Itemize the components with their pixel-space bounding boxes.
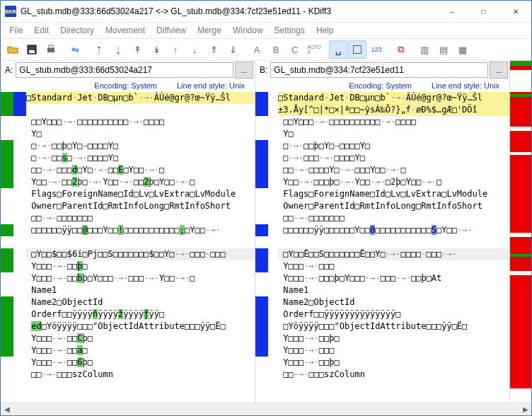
close-button[interactable]: ✕ [499, 1, 531, 22]
menu-movement[interactable]: Movement [100, 24, 151, 37]
toolbar: ⇋ ⭫ ⭭ ↟ ↡ ↑ ↓ ⇑ ⇓ A B C AUTO⇵ ␣ 123 ⧉ ▥ … [1, 38, 531, 61]
window-buttons: – □ ✕ [436, 1, 531, 22]
down-first-icon[interactable]: ↡ [147, 40, 166, 59]
encoding-cell-b: Encoding: System Line end style: Unix [255, 79, 510, 92]
scroll-left-icon[interactable]: ◀ [1, 403, 13, 415]
up-icon[interactable]: ↑ [166, 40, 185, 59]
encoding-a: Encoding: System [94, 81, 157, 90]
menu-directory[interactable]: Directory [54, 24, 100, 37]
app-icon: BKR [5, 6, 16, 17]
menu-window[interactable]: Window [227, 24, 269, 37]
innerbar-a [13, 92, 26, 403]
titlebar: BKR GL_stub.mdb@333:66d53024a217 <-> GL_… [1, 1, 531, 23]
line-numbers-button[interactable]: 123 [367, 40, 386, 59]
up-first-icon[interactable]: ↟ [128, 40, 146, 59]
path-cell-b: B: ... [255, 61, 510, 79]
choose-c-button[interactable]: C [286, 40, 304, 59]
print-icon[interactable] [42, 40, 60, 59]
app-window: BKR GL_stub.mdb@333:66d53024a217 <-> GL_… [0, 0, 532, 416]
wordwrap-icon[interactable]: ⧉ [391, 40, 410, 59]
menu-diffview[interactable]: Diffview [151, 24, 192, 37]
browse-b-button[interactable]: ... [490, 62, 508, 79]
down-double-first-icon[interactable]: ⭭ [109, 40, 127, 59]
split-grid-icon[interactable]: ▦ [453, 40, 472, 59]
menu-settings[interactable]: Settings [269, 24, 311, 37]
diff-pane-b[interactable]: □Standard·Jet·DB□µn□b`·→·ÂÚé@gr@?œ~Ÿÿ…Šl… [268, 92, 510, 403]
overview-top [510, 61, 531, 79]
text-a[interactable]: □Standard·Jet·DB□µn□b`·→·ÂÚé@gr@?œ~Ÿÿ…Šl… [26, 92, 255, 403]
path-input-b[interactable] [270, 62, 488, 78]
save-icon[interactable] [23, 40, 41, 59]
diff-pane-a[interactable]: □Standard·Jet·DB□µn□b`·→·ÂÚé@gr@?œ~Ÿÿ…Šl… [13, 92, 255, 403]
auto-button[interactable]: AUTO⇵ [305, 40, 323, 59]
browse-a-button[interactable]: ... [235, 62, 253, 79]
diff-body: □Standard·Jet·DB□µn□b`·→·ÂÚé@gr@?œ~Ÿÿ…Šl… [1, 92, 531, 403]
up-dbl-icon[interactable]: ⇑ [204, 40, 223, 59]
overview-strip[interactable] [510, 92, 531, 403]
scroll-right-icon[interactable]: ▶ [519, 403, 531, 415]
changebar-b [255, 92, 268, 403]
path-row: A: ... B: ... [1, 61, 531, 79]
lineend-b: Line end style: Unix [432, 81, 499, 90]
menu-file[interactable]: File [4, 24, 28, 37]
window-title: GL_stub.mdb@333:66d53024a217 <-> GL_stub… [21, 6, 436, 16]
encoding-cell-a: Encoding: System Line end style: Unix [1, 79, 255, 92]
svg-rect-3 [49, 45, 53, 48]
menu-merge[interactable]: Merge [192, 24, 227, 37]
menu-help[interactable]: Help [311, 24, 340, 37]
text-b[interactable]: □Standard·Jet·DB□µn□b`·→·ÂÚé@gr@?œ~Ÿÿ…Šl… [278, 92, 509, 403]
innerbar-b [268, 92, 278, 403]
choose-a-button[interactable]: A [248, 40, 266, 59]
show-whitespace-icon[interactable]: ␣ [329, 40, 347, 59]
down-icon[interactable]: ↓ [185, 40, 204, 59]
down-dbl-icon[interactable]: ⇓ [224, 40, 242, 59]
encoding-b: Encoding: System [349, 81, 412, 90]
up-double-first-icon[interactable]: ⭫ [90, 40, 108, 59]
horizontal-scrollbar[interactable]: ◀ ▶ [1, 403, 531, 415]
path-label-b: B: [257, 65, 270, 75]
open-icon[interactable] [4, 40, 22, 59]
menu-edit[interactable]: Edit [28, 24, 54, 37]
maximize-button[interactable]: □ [468, 1, 499, 22]
path-label-a: A: [2, 65, 16, 75]
split-horiz-icon[interactable]: ▥ [415, 40, 434, 59]
menubar: File Edit Directory Movement Diffview Me… [1, 23, 531, 38]
back-forward-icon[interactable]: ⇋ [66, 40, 84, 59]
changebar-a [1, 92, 13, 403]
choose-b-button[interactable]: B [267, 40, 285, 59]
split-vert-icon[interactable]: ▤ [434, 40, 453, 59]
lineend-a: Line end style: Unix [177, 81, 245, 90]
path-cell-a: A: ... [1, 61, 255, 79]
show-frame-icon[interactable] [348, 40, 366, 59]
path-input-a[interactable] [16, 62, 233, 78]
svg-rect-2 [47, 48, 54, 52]
svg-rect-1 [29, 50, 35, 53]
encoding-row: Encoding: System Line end style: Unix En… [1, 79, 531, 92]
minimize-button[interactable]: – [436, 1, 468, 22]
